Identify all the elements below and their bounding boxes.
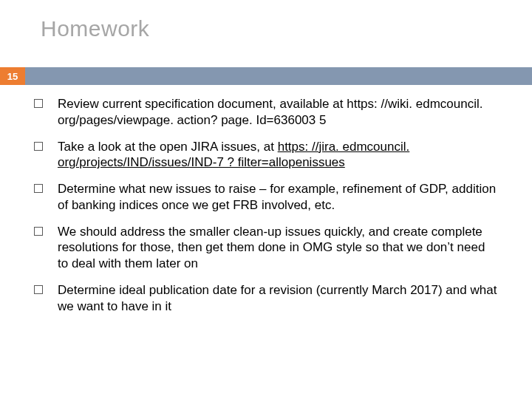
list-item-text: Take a look at the open JIRA issues, at … xyxy=(58,139,498,171)
header-bar xyxy=(0,67,532,85)
list-item: Determine what new issues to raise – for… xyxy=(34,181,498,214)
list-item: Take a look at the open JIRA issues, at … xyxy=(34,139,498,171)
text-segment: Review current specification document, a… xyxy=(58,97,482,127)
square-bullet-icon xyxy=(34,99,43,108)
list-item-text: Determine what new issues to raise – for… xyxy=(58,181,498,214)
list-item-text: We should address the smaller clean-up i… xyxy=(58,224,498,272)
slide-title: Homework xyxy=(41,16,149,41)
list-item: We should address the smaller clean-up i… xyxy=(34,224,498,272)
square-bullet-icon xyxy=(34,285,43,294)
bullet-list: Review current specification document, a… xyxy=(34,96,498,324)
list-item-text: Determine ideal publication date for a r… xyxy=(58,282,498,315)
text-segment: Determine what new issues to raise – for… xyxy=(58,182,496,212)
page-number-badge: 15 xyxy=(0,67,25,85)
square-bullet-icon xyxy=(34,227,43,236)
square-bullet-icon xyxy=(34,142,43,151)
list-item-text: Review current specification document, a… xyxy=(58,96,498,129)
square-bullet-icon xyxy=(34,184,43,193)
text-segment: Take a look at the open JIRA issues, at xyxy=(58,140,278,154)
list-item: Review current specification document, a… xyxy=(34,96,498,129)
list-item: Determine ideal publication date for a r… xyxy=(34,282,498,315)
text-segment: We should address the smaller clean-up i… xyxy=(58,225,485,271)
slide: Homework 15 Review current specification… xyxy=(0,0,532,399)
text-segment: Determine ideal publication date for a r… xyxy=(58,283,497,313)
